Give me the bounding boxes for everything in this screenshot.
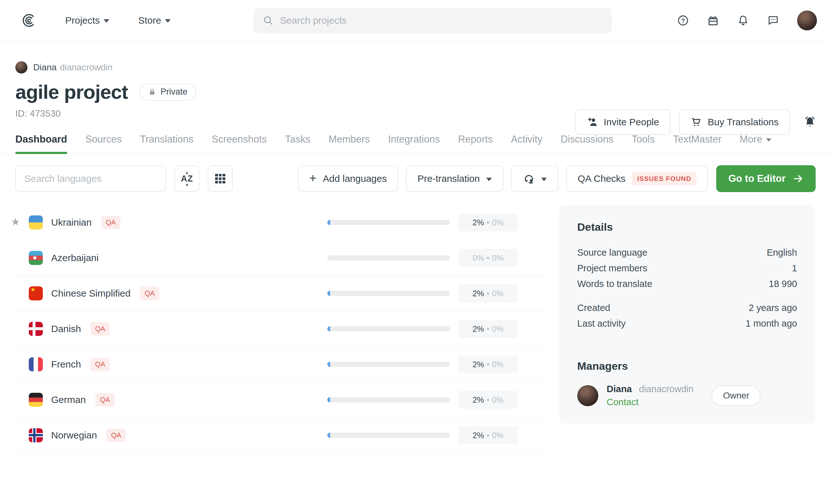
machine-translation-button[interactable] xyxy=(511,166,558,192)
invite-people-button[interactable]: Invite People xyxy=(575,109,670,135)
language-name: French xyxy=(51,359,81,370)
project-tabs: Dashboard Sources Translations Screensho… xyxy=(0,134,831,154)
tab-activity[interactable]: Activity xyxy=(511,134,542,153)
tab-integrations[interactable]: Integrations xyxy=(388,134,440,153)
privacy-badge-label: Private xyxy=(161,87,187,97)
translation-progress-bar xyxy=(327,433,450,438)
qa-badge[interactable]: QA xyxy=(140,287,159,300)
source-language-value: English xyxy=(767,247,797,258)
translation-progress-bar xyxy=(327,220,450,225)
qa-badge[interactable]: QA xyxy=(107,428,125,442)
translation-progress-bar xyxy=(327,326,450,331)
tab-tools[interactable]: Tools xyxy=(632,134,655,153)
last-activity-value: 1 month ago xyxy=(746,318,797,329)
language-row-french[interactable]: French QA 2%•0% xyxy=(15,347,547,382)
language-row-german[interactable]: German QA 2%•0% xyxy=(15,382,547,418)
breadcrumb-name: Diana xyxy=(33,62,57,72)
languages-toolbar: ▲AZ▼ + Add languages Pre-translation QA … xyxy=(0,165,831,192)
go-to-editor-button[interactable]: Go to Editor xyxy=(716,165,816,192)
nav-store-menu[interactable]: Store xyxy=(138,15,171,26)
flag-azerbaijani-icon xyxy=(29,251,43,265)
manager-name[interactable]: Diana xyxy=(607,384,632,394)
pretranslation-label: Pre-translation xyxy=(418,173,480,184)
language-name: Norwegian xyxy=(51,430,97,441)
tab-screenshots[interactable]: Screenshots xyxy=(211,134,266,153)
breadcrumb[interactable]: Diana dianacrowdin xyxy=(15,61,816,73)
tab-discussions[interactable]: Discussions xyxy=(561,134,613,153)
qa-badge[interactable]: QA xyxy=(101,216,120,229)
top-navbar: Projects Store ? xyxy=(0,0,831,41)
tab-translations[interactable]: Translations xyxy=(140,134,194,153)
add-languages-button[interactable]: + Add languages xyxy=(298,166,398,192)
qa-badge[interactable]: QA xyxy=(95,393,114,407)
language-name: German xyxy=(51,394,86,405)
favorite-star-icon[interactable]: ★ xyxy=(11,216,20,228)
qa-badge[interactable]: QA xyxy=(90,322,110,335)
translation-progress-bar xyxy=(327,362,450,367)
manager-avatar[interactable] xyxy=(577,385,598,406)
search-projects-input[interactable] xyxy=(280,15,603,26)
pretranslation-button[interactable]: Pre-translation xyxy=(406,166,504,192)
managers-title: Managers xyxy=(577,360,797,372)
project-members-value: 1 xyxy=(792,263,797,273)
machine-translation-icon xyxy=(522,173,535,185)
chevron-down-icon xyxy=(486,178,492,181)
chevron-down-icon xyxy=(541,178,547,181)
languages-list: ★ Ukrainian QA 2%•0% Azerbaijani QA 0%•0… xyxy=(15,205,547,453)
details-title: Details xyxy=(577,221,797,233)
user-avatar[interactable] xyxy=(797,10,817,30)
nav-projects-label: Projects xyxy=(65,15,100,26)
flag-french-icon xyxy=(29,357,43,372)
qa-badge[interactable]: QA xyxy=(90,358,110,371)
search-icon xyxy=(263,15,274,26)
buy-translations-button[interactable]: Buy Translations xyxy=(679,109,790,135)
svg-text:?: ? xyxy=(681,17,685,24)
invite-people-label: Invite People xyxy=(604,117,659,127)
translation-progress-bar xyxy=(327,397,450,403)
tab-sources[interactable]: Sources xyxy=(85,134,122,153)
language-row-chinese-simplified[interactable]: Chinese Simplified QA 2%•0% xyxy=(15,276,547,311)
grid-view-button[interactable] xyxy=(208,166,233,192)
tab-reports[interactable]: Reports xyxy=(458,134,493,153)
words-to-translate-label: Words to translate xyxy=(577,279,652,289)
project-members-label: Project members xyxy=(577,263,647,273)
sort-languages-button[interactable]: ▲AZ▼ xyxy=(174,166,199,192)
cart-icon xyxy=(690,116,702,128)
divider xyxy=(577,346,797,347)
nav-projects-menu[interactable]: Projects xyxy=(65,15,109,26)
lock-icon xyxy=(148,88,156,96)
go-to-editor-label: Go to Editor xyxy=(728,173,785,184)
grid-view-icon xyxy=(215,174,225,183)
messages-chat-icon[interactable] xyxy=(767,14,779,27)
language-row-norwegian[interactable]: Norwegian QA 2%•0% xyxy=(15,418,547,453)
flag-ukrainian-icon xyxy=(29,215,43,230)
search-languages-input[interactable] xyxy=(15,166,166,192)
language-row-azerbaijani[interactable]: Azerbaijani QA 0%•0% xyxy=(15,240,547,276)
source-language-label: Source language xyxy=(577,247,647,258)
qa-checks-button[interactable]: QA Checks ISSUES FOUND xyxy=(566,166,708,192)
crowdin-logo-icon[interactable] xyxy=(21,13,35,28)
owner-role-badge: Owner xyxy=(712,385,761,406)
tab-dashboard[interactable]: Dashboard xyxy=(15,134,67,153)
translation-progress-bar xyxy=(327,291,450,296)
language-row-ukrainian[interactable]: ★ Ukrainian QA 2%•0% xyxy=(15,205,547,240)
language-name: Danish xyxy=(51,323,81,334)
manager-username: dianacrowdin xyxy=(639,384,693,394)
global-search xyxy=(254,8,612,33)
chevron-down-icon xyxy=(104,19,109,23)
help-icon[interactable]: ? xyxy=(677,14,689,27)
notifications-bell-icon[interactable] xyxy=(737,14,749,27)
tab-textmaster[interactable]: TextMaster xyxy=(673,134,722,153)
manager-row: Diana dianacrowdin Contact Owner xyxy=(577,384,797,408)
language-name: Chinese Simplified xyxy=(51,288,131,299)
language-row-danish[interactable]: Danish QA 2%•0% xyxy=(15,311,547,347)
language-name: Azerbaijani xyxy=(51,253,98,263)
gift-icon[interactable] xyxy=(707,14,719,27)
watch-project-bell-icon[interactable] xyxy=(803,115,817,129)
tab-tasks[interactable]: Tasks xyxy=(285,134,310,153)
breadcrumb-username: dianacrowdin xyxy=(60,62,113,72)
translation-percentages: 2%•0% xyxy=(458,391,518,409)
contact-link[interactable]: Contact xyxy=(607,397,693,408)
tab-more[interactable]: More xyxy=(740,134,771,153)
tab-members[interactable]: Members xyxy=(328,134,370,153)
